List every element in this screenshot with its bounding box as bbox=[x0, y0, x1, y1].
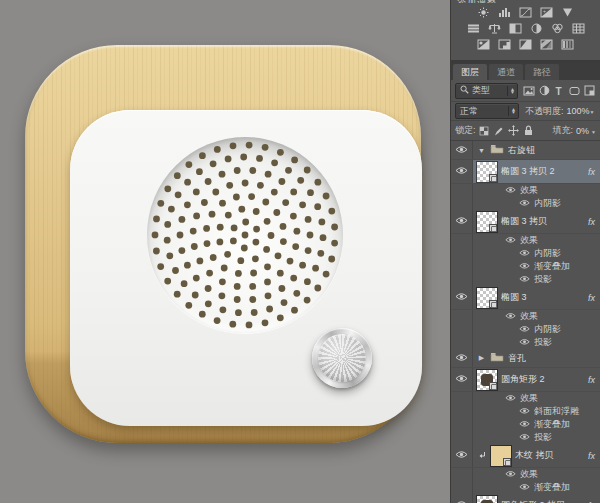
visibility-cell[interactable] bbox=[451, 336, 473, 349]
effect-item-row[interactable]: 投影 bbox=[451, 273, 600, 286]
effect-item-row[interactable]: 内阴影 bbox=[451, 247, 600, 260]
visibility-cell[interactable] bbox=[451, 273, 473, 286]
adjustment-curves-icon[interactable] bbox=[518, 6, 533, 19]
filter-kind-dropdown[interactable]: 类型 ▲▼ bbox=[455, 83, 518, 99]
eye-icon[interactable] bbox=[455, 374, 468, 385]
eye-icon[interactable] bbox=[455, 353, 468, 364]
blend-mode-dropdown[interactable]: 正常 ▲▼ bbox=[455, 103, 519, 119]
row-content[interactable]: 效果 bbox=[473, 310, 600, 323]
eye-icon[interactable] bbox=[519, 407, 530, 417]
layer-row[interactable]: 椭圆 3 拷贝 2fx bbox=[451, 160, 600, 184]
adjustment-color-balance-icon[interactable] bbox=[487, 22, 502, 35]
row-content[interactable]: 渐变叠加 bbox=[473, 481, 600, 494]
layer-effects-fx-badge[interactable]: fx bbox=[588, 451, 600, 461]
visibility-cell[interactable] bbox=[451, 368, 473, 391]
row-content[interactable]: 椭圆 3 拷贝 2fx bbox=[473, 160, 600, 183]
adjustment-threshold-icon[interactable] bbox=[518, 38, 533, 51]
visibility-cell[interactable] bbox=[451, 234, 473, 247]
layer-row[interactable]: 椭圆 3 拷贝fx bbox=[451, 210, 600, 234]
chevron-down-icon[interactable]: ▼ bbox=[477, 147, 486, 154]
eye-icon[interactable] bbox=[519, 249, 530, 259]
eye-icon[interactable] bbox=[455, 450, 468, 461]
eye-icon[interactable] bbox=[455, 166, 468, 177]
shape-layers-filter-icon[interactable] bbox=[567, 84, 581, 98]
effects-header-row[interactable]: 效果 bbox=[451, 234, 600, 247]
eye-icon[interactable] bbox=[519, 199, 530, 209]
visibility-cell[interactable] bbox=[451, 431, 473, 444]
layer-thumbnail[interactable] bbox=[477, 496, 497, 503]
row-content[interactable]: 效果 bbox=[473, 392, 600, 405]
type-layers-filter-icon[interactable]: T bbox=[552, 84, 566, 98]
adjustment-levels-icon[interactable] bbox=[497, 6, 512, 19]
layer-row[interactable]: 圆角矩形 2 拷贝fx bbox=[451, 494, 600, 503]
lock-position-icon[interactable] bbox=[508, 124, 520, 137]
visibility-cell[interactable] bbox=[451, 210, 473, 233]
visibility-cell[interactable] bbox=[451, 405, 473, 418]
eye-icon[interactable] bbox=[455, 145, 468, 156]
fill-value[interactable]: 0% bbox=[576, 126, 589, 136]
row-content[interactable]: 木纹 拷贝fx bbox=[473, 444, 600, 467]
fill-dropdown-icon[interactable]: ▼ bbox=[591, 126, 596, 136]
eye-icon[interactable] bbox=[519, 420, 530, 430]
row-content[interactable]: 投影 bbox=[473, 273, 600, 286]
opacity-value[interactable]: 100% bbox=[567, 106, 590, 116]
visibility-cell[interactable] bbox=[451, 310, 473, 323]
opacity-dropdown-icon[interactable]: ▼ bbox=[590, 106, 595, 116]
effect-item-row[interactable]: 渐变叠加 bbox=[451, 418, 600, 431]
row-content[interactable]: 椭圆 3fx bbox=[473, 286, 600, 309]
adjustment-black-white-icon[interactable] bbox=[508, 22, 523, 35]
layer-thumbnail[interactable] bbox=[477, 288, 497, 308]
adjustment-vibrance-icon[interactable] bbox=[560, 6, 575, 19]
eye-icon[interactable] bbox=[505, 312, 516, 322]
smart-objects-filter-icon[interactable] bbox=[582, 84, 596, 98]
adjustment-selective-color-icon[interactable] bbox=[560, 38, 575, 51]
effect-item-row[interactable]: 斜面和浮雕 bbox=[451, 405, 600, 418]
tab-layers[interactable]: 图层 bbox=[453, 64, 487, 80]
row-content[interactable]: 椭圆 3 拷贝fx bbox=[473, 210, 600, 233]
visibility-cell[interactable] bbox=[451, 418, 473, 431]
visibility-cell[interactable] bbox=[451, 247, 473, 260]
eye-icon[interactable] bbox=[519, 433, 530, 443]
visibility-cell[interactable] bbox=[451, 197, 473, 210]
row-content[interactable]: 效果 bbox=[473, 234, 600, 247]
visibility-cell[interactable] bbox=[451, 494, 473, 503]
layer-thumbnail[interactable] bbox=[477, 212, 497, 232]
visibility-cell[interactable] bbox=[451, 481, 473, 494]
effects-header-row[interactable]: 效果 bbox=[451, 310, 600, 323]
adjustment-exposure-icon[interactable]: + bbox=[539, 6, 554, 19]
row-content[interactable]: 投影 bbox=[473, 431, 600, 444]
tab-paths[interactable]: 路径 bbox=[525, 64, 559, 80]
row-content[interactable]: 内阴影 bbox=[473, 323, 600, 336]
adjustment-color-lookup-icon[interactable] bbox=[571, 22, 586, 35]
lock-transparent-pixels-icon[interactable] bbox=[478, 124, 490, 137]
visibility-cell[interactable] bbox=[451, 141, 473, 159]
visibility-cell[interactable] bbox=[451, 286, 473, 309]
effects-header-row[interactable]: 效果 bbox=[451, 184, 600, 197]
layer-effects-fx-badge[interactable]: fx bbox=[588, 293, 600, 303]
effect-item-row[interactable]: 渐变叠加 bbox=[451, 481, 600, 494]
visibility-cell[interactable] bbox=[451, 260, 473, 273]
visibility-cell[interactable] bbox=[451, 392, 473, 405]
layer-effects-fx-badge[interactable]: fx bbox=[588, 217, 600, 227]
adjustment-posterize-icon[interactable] bbox=[497, 38, 512, 51]
row-content[interactable]: 渐变叠加 bbox=[473, 418, 600, 431]
eye-icon[interactable] bbox=[505, 186, 516, 196]
visibility-cell[interactable] bbox=[451, 444, 473, 467]
layer-thumbnail[interactable] bbox=[477, 162, 497, 182]
eye-icon[interactable] bbox=[519, 338, 530, 348]
row-content[interactable]: 圆角矩形 2 拷贝fx bbox=[473, 494, 600, 503]
row-content[interactable]: 投影 bbox=[473, 336, 600, 349]
adjustment-brightness-contrast-icon[interactable] bbox=[476, 6, 491, 19]
document-canvas[interactable] bbox=[0, 0, 450, 503]
effects-header-row[interactable]: 效果 bbox=[451, 468, 600, 481]
lock-all-icon[interactable] bbox=[523, 124, 535, 137]
adjustment-invert-icon[interactable] bbox=[476, 38, 491, 51]
layer-effects-fx-badge[interactable]: fx bbox=[588, 167, 600, 177]
eye-icon[interactable] bbox=[519, 483, 530, 493]
effect-item-row[interactable]: 内阴影 bbox=[451, 323, 600, 336]
layer-row[interactable]: 椭圆 3fx bbox=[451, 286, 600, 310]
eye-icon[interactable] bbox=[505, 394, 516, 404]
adjustment-layers-filter-icon[interactable] bbox=[537, 84, 551, 98]
eye-icon[interactable] bbox=[455, 216, 468, 227]
layer-thumbnail[interactable] bbox=[477, 370, 497, 390]
